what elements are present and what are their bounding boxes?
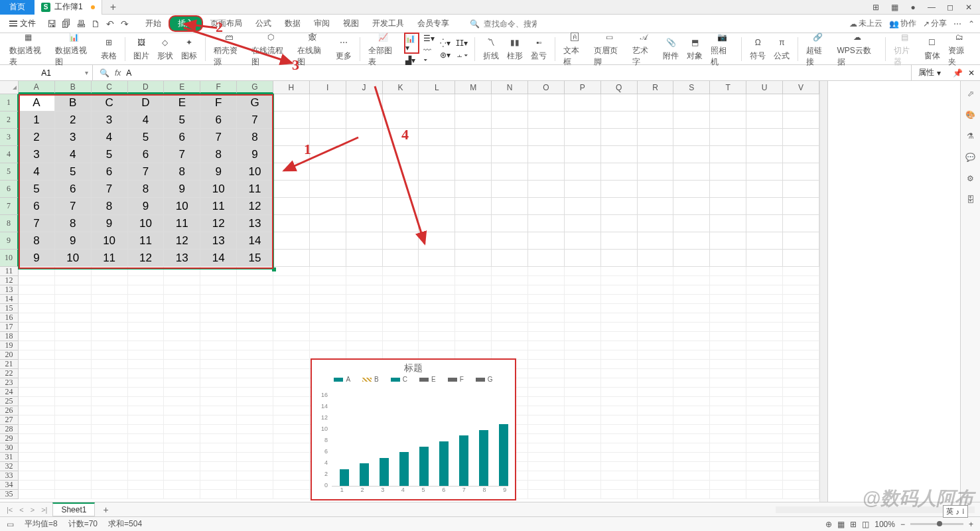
cell-M3[interactable]: [455, 129, 492, 146]
col-header-F[interactable]: F: [200, 81, 237, 94]
row-header-34[interactable]: 34: [0, 481, 19, 490]
cell-I17[interactable]: [310, 323, 346, 332]
cell-E30[interactable]: [164, 443, 200, 453]
cell-S14[interactable]: [673, 295, 710, 304]
cell-Q24[interactable]: [601, 388, 638, 397]
cell-U26[interactable]: [746, 406, 783, 416]
maximize-button[interactable]: ◻: [944, 1, 956, 13]
cell-H16[interactable]: [273, 313, 310, 323]
cell-C21[interactable]: [92, 360, 128, 369]
cell-T8[interactable]: [710, 215, 746, 232]
cell-U27[interactable]: [746, 416, 783, 425]
cell-A31[interactable]: [19, 453, 55, 462]
col-header-T[interactable]: T: [710, 81, 746, 94]
cell-U13[interactable]: [746, 285, 783, 295]
col-header-N[interactable]: N: [492, 81, 528, 94]
cell-R1[interactable]: [638, 94, 674, 112]
row-header-31[interactable]: 31: [0, 453, 19, 462]
cell-G13[interactable]: [237, 285, 273, 295]
cell-I6[interactable]: [310, 181, 346, 198]
cell-A34[interactable]: [19, 481, 55, 490]
cell-V1[interactable]: [783, 94, 819, 112]
more-icon[interactable]: ⋯: [953, 19, 961, 29]
cell-V12[interactable]: [783, 276, 819, 285]
cell-B1[interactable]: B: [55, 94, 92, 112]
cell-A27[interactable]: [19, 416, 55, 425]
row-header-15[interactable]: 15: [0, 304, 19, 313]
cell-F26[interactable]: [200, 406, 237, 416]
row-header-3[interactable]: 3: [0, 129, 19, 146]
cell-D25[interactable]: [128, 397, 165, 406]
cell-A11[interactable]: [19, 267, 55, 276]
cell-G1[interactable]: G: [237, 94, 273, 112]
cell-F17[interactable]: [200, 323, 237, 332]
cell-Q26[interactable]: [601, 406, 638, 416]
cell-Q2[interactable]: [601, 112, 638, 129]
ribbon-bar-chart[interactable]: 📊▾: [404, 33, 420, 54]
cell-R6[interactable]: [638, 181, 674, 198]
cell-F14[interactable]: [200, 295, 237, 304]
cloud-status[interactable]: ☁ 未上云: [849, 18, 882, 29]
cell-I1[interactable]: [310, 94, 346, 112]
cell-Q10[interactable]: [601, 250, 638, 267]
cell-O14[interactable]: [528, 295, 565, 304]
name-dropdown-icon[interactable]: ▾: [85, 69, 88, 76]
preview-icon[interactable]: 🗋: [90, 19, 101, 29]
cell-C25[interactable]: [92, 397, 128, 406]
col-header-P[interactable]: P: [565, 81, 601, 94]
cell-G28[interactable]: [237, 425, 273, 434]
ribbon-equation[interactable]: π公式: [771, 35, 792, 63]
cell-G29[interactable]: [237, 434, 273, 443]
cell-V8[interactable]: [783, 215, 819, 232]
col-header-M[interactable]: M: [455, 81, 492, 94]
cell-F4[interactable]: 8: [200, 146, 237, 163]
cell-B31[interactable]: [55, 453, 92, 462]
cell-J14[interactable]: [346, 295, 383, 304]
cell-S12[interactable]: [673, 276, 710, 285]
select-tool-icon[interactable]: ⬀: [965, 88, 977, 100]
style-icon[interactable]: 🎨: [965, 109, 977, 121]
cell-M4[interactable]: [455, 146, 492, 163]
view-custom-icon[interactable]: ◫: [862, 520, 869, 529]
ribbon-picture[interactable]: 🖼图片: [131, 35, 152, 63]
cell-L16[interactable]: [419, 313, 455, 323]
cell-L4[interactable]: [419, 146, 455, 163]
cell-P25[interactable]: [565, 397, 601, 406]
settings-icon[interactable]: ⚙: [965, 173, 977, 185]
cell-R8[interactable]: [638, 215, 674, 232]
cell-H32[interactable]: [273, 462, 310, 471]
cell-H2[interactable]: [273, 112, 310, 129]
cell-D35[interactable]: [128, 490, 165, 499]
row-header-7[interactable]: 7: [0, 198, 19, 215]
cell-E34[interactable]: [164, 481, 200, 490]
cell-D15[interactable]: [128, 304, 165, 313]
cell-V9[interactable]: [783, 232, 819, 250]
cell-O29[interactable]: [528, 434, 565, 443]
cell-G10[interactable]: 15: [237, 250, 273, 267]
cell-E3[interactable]: 6: [164, 129, 200, 146]
cell-L10[interactable]: [419, 250, 455, 267]
cell-B21[interactable]: [55, 360, 92, 369]
cell-D30[interactable]: [128, 443, 165, 453]
cell-R21[interactable]: [638, 360, 674, 369]
cell-K8[interactable]: [383, 215, 419, 232]
cell-O2[interactable]: [528, 112, 565, 129]
cell-B27[interactable]: [55, 416, 92, 425]
cell-Q3[interactable]: [601, 129, 638, 146]
cell-V6[interactable]: [783, 181, 819, 198]
row-header-33[interactable]: 33: [0, 471, 19, 481]
cell-Q12[interactable]: [601, 276, 638, 285]
row-header-2[interactable]: 2: [0, 112, 19, 129]
cell-B17[interactable]: [55, 323, 92, 332]
ribbon-form[interactable]: ☐窗体: [922, 35, 943, 63]
cell-B26[interactable]: [55, 406, 92, 416]
cell-D23[interactable]: [128, 378, 165, 388]
row-header-4[interactable]: 4: [0, 146, 19, 163]
cell-B14[interactable]: [55, 295, 92, 304]
cell-J16[interactable]: [346, 313, 383, 323]
cell-O21[interactable]: [528, 360, 565, 369]
cell-U33[interactable]: [746, 471, 783, 481]
collab-button[interactable]: 👥 协作: [889, 18, 916, 29]
cell-D6[interactable]: 8: [128, 181, 165, 198]
menu-tab-1[interactable]: 插入: [169, 15, 203, 32]
